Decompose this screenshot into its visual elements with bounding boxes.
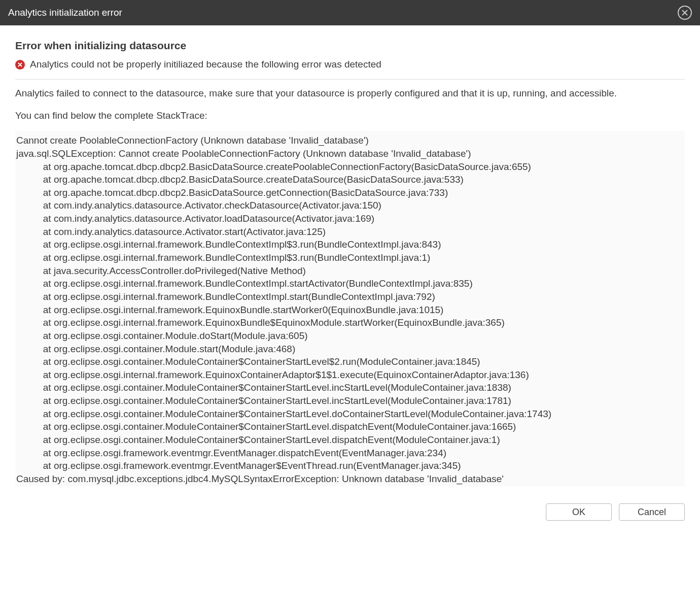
- stacktrace-box[interactable]: Cannot create PoolableConnectionFactory …: [15, 131, 685, 486]
- cancel-button[interactable]: Cancel: [619, 503, 685, 521]
- divider: [15, 79, 685, 80]
- ok-button[interactable]: OK: [546, 503, 612, 521]
- error-summary-text: Analytics could not be properly initilia…: [30, 59, 381, 70]
- dialog-title: Analytics initialization error: [8, 7, 122, 18]
- close-icon: [682, 10, 688, 16]
- dialog-footer: OK Cancel: [0, 496, 700, 533]
- close-button[interactable]: [678, 6, 692, 20]
- error-summary-row: Analytics could not be properly initilia…: [15, 59, 685, 70]
- error-icon: [15, 60, 25, 70]
- dialog-content: Error when initializing datasource Analy…: [0, 25, 700, 496]
- titlebar: Analytics initialization error: [0, 0, 700, 25]
- stacktrace-text: Cannot create PoolableConnectionFactory …: [16, 134, 680, 486]
- error-dialog: Analytics initialization error Error whe…: [0, 0, 700, 533]
- error-heading: Error when initializing datasource: [15, 40, 685, 52]
- body-paragraph-2: You can find below the complete StackTra…: [15, 109, 685, 122]
- body-paragraph-1: Analytics failed to connect to the datas…: [15, 87, 685, 100]
